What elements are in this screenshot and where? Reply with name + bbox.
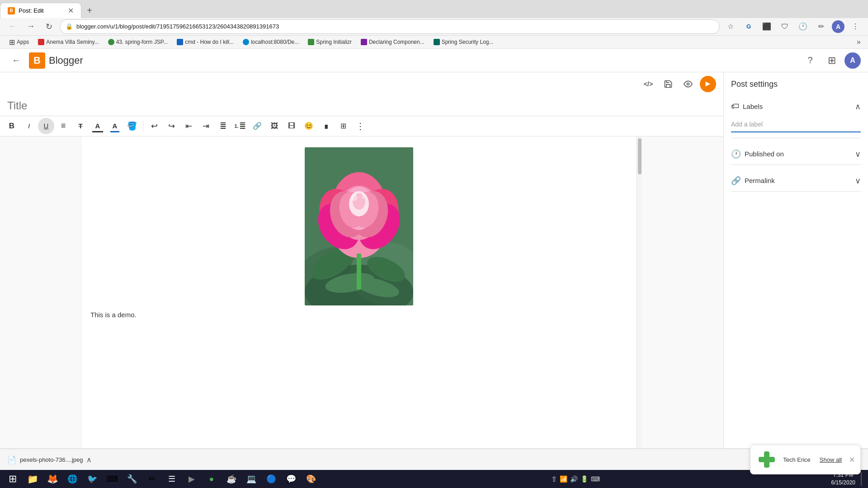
paint-button[interactable]: 🎨: [302, 470, 320, 488]
indent-more-button[interactable]: ⇥: [198, 118, 214, 134]
show-all-button[interactable]: Show all: [820, 456, 842, 463]
onscreen-keyboard-button[interactable]: ⌨: [103, 470, 121, 488]
emoji-button[interactable]: 😊: [301, 118, 317, 134]
undo-button[interactable]: ↩: [146, 118, 162, 134]
profile-nav-avatar[interactable]: A: [832, 20, 844, 33]
labels-section-header[interactable]: 🏷 Labels ∧: [731, 102, 861, 112]
task-manager-button[interactable]: ☰: [163, 470, 181, 488]
app-root: B Post: Edit ✕ + ← → ↻ 🔒 blogger.com/u/1…: [0, 0, 868, 488]
tech-popup: Tech Erice Show all ✕: [750, 445, 861, 474]
bookmark-1-label: Anema Villa Seminy...: [46, 39, 99, 45]
text-color-button[interactable]: A: [107, 118, 123, 134]
scrollbar-thumb: [638, 138, 642, 174]
show-desktop-button[interactable]: [861, 472, 864, 486]
font-color-button[interactable]: A: [90, 118, 106, 134]
tray-expand-icon[interactable]: ⇧: [551, 475, 557, 483]
start-button[interactable]: ⊞: [4, 470, 22, 488]
link-button[interactable]: 🔗: [249, 118, 265, 134]
download-item[interactable]: 📄 pexels-photo-736....jpeg ∧: [7, 455, 92, 464]
bullet-list-button[interactable]: ≣: [215, 118, 231, 134]
underline-button[interactable]: U: [38, 118, 54, 134]
bold-button[interactable]: B: [4, 118, 20, 134]
strikethrough-button[interactable]: T: [72, 118, 89, 134]
download-chevron-icon[interactable]: ∧: [86, 455, 92, 464]
redo-button[interactable]: ↪: [163, 118, 179, 134]
ie-button[interactable]: 🌐: [63, 470, 81, 488]
ext4-button[interactable]: 🕐: [796, 19, 810, 34]
image-button[interactable]: 🖼: [266, 118, 283, 134]
forward-button[interactable]: →: [24, 19, 38, 34]
profile-header-avatar[interactable]: A: [844, 52, 861, 69]
italic-button[interactable]: I: [21, 118, 37, 134]
nav-bar: ← → ↻ 🔒 blogger.com/u/1/blog/post/edit/7…: [0, 18, 868, 36]
tray-volume-icon[interactable]: 🔊: [570, 475, 578, 483]
header-back-button[interactable]: ←: [7, 52, 25, 70]
new-tab-button[interactable]: +: [83, 4, 96, 17]
refresh-button[interactable]: ↻: [42, 19, 56, 34]
grammarly-ext-button[interactable]: G: [741, 19, 756, 34]
bookmark-4-label: localhost:8080/De...: [251, 39, 299, 45]
title-input[interactable]: [7, 99, 633, 112]
eclipse-button[interactable]: 🔵: [262, 470, 280, 488]
published-on-section-header[interactable]: 🕐 Published on ∨: [731, 149, 861, 159]
svg-rect-28: [759, 457, 775, 462]
editor-scrollbar[interactable]: [637, 136, 642, 448]
bookmark-7-label: Spring Security Log...: [442, 39, 494, 45]
tray-power-icon[interactable]: 🔋: [580, 475, 588, 483]
tech-popup-close-button[interactable]: ✕: [849, 455, 855, 464]
terminal-button[interactable]: ▶: [183, 470, 201, 488]
ext2-button[interactable]: ⬛: [760, 19, 774, 34]
header-logo-text: Blogger: [49, 55, 83, 66]
bookmarks-more-button[interactable]: »: [855, 36, 863, 48]
clear-format-button[interactable]: 🪣: [124, 118, 140, 134]
bookmark-4[interactable]: localhost:8080/De...: [239, 37, 302, 47]
indent-less-button[interactable]: ⇤: [180, 118, 197, 134]
preview-button[interactable]: [680, 76, 696, 92]
more-options-button[interactable]: ⋮: [352, 118, 368, 134]
tech-popup-label: Tech Erice: [783, 456, 811, 463]
bookmark-1[interactable]: Anema Villa Seminy...: [34, 37, 102, 47]
bookmark-3[interactable]: cmd - How do I kill...: [173, 37, 237, 47]
java-button[interactable]: ☕: [222, 470, 241, 488]
justify-button[interactable]: ≡: [55, 118, 71, 134]
align-button[interactable]: ∎: [318, 118, 334, 134]
bookmark-2[interactable]: 43. spring-form JSP...: [104, 37, 172, 47]
table-button[interactable]: ⊞: [335, 118, 351, 134]
active-tab[interactable]: B Post: Edit ✕: [0, 3, 81, 18]
video-button[interactable]: 🎞: [283, 118, 300, 134]
thunderbird-button[interactable]: 🐦: [83, 470, 101, 488]
label-input[interactable]: [731, 117, 861, 132]
numbered-list-button[interactable]: 1.≣: [232, 118, 248, 134]
bookmark-5[interactable]: Spring Initializr: [304, 37, 355, 47]
help-button[interactable]: ?: [801, 52, 819, 70]
published-on-chevron-down-icon: ∨: [855, 149, 861, 159]
ext5-button[interactable]: ✏: [814, 19, 828, 34]
editor-content-wrapper[interactable]: This is a demo.: [81, 136, 637, 448]
tablet-button[interactable]: ✏: [143, 470, 161, 488]
file-explorer-button[interactable]: 📁: [24, 470, 42, 488]
chrome-button[interactable]: ●: [203, 470, 221, 488]
address-bar[interactable]: 🔒 blogger.com/u/1/blog/post/edit/7195175…: [60, 19, 720, 34]
bookmark-apps[interactable]: ⊞ Apps: [5, 36, 33, 48]
nav-more-button[interactable]: ⋮: [848, 19, 863, 34]
vscode-button[interactable]: 💻: [242, 470, 260, 488]
bookmark-6-label: Declaring Componen...: [369, 39, 425, 45]
back-button[interactable]: ←: [5, 19, 20, 34]
bookmark-7[interactable]: Spring Security Log...: [430, 37, 497, 47]
firefox-button[interactable]: 🦊: [43, 470, 61, 488]
tray-network-icon[interactable]: 📶: [560, 475, 567, 483]
bookmark-6[interactable]: Declaring Componen...: [357, 37, 428, 47]
tools-button[interactable]: 🔧: [123, 470, 141, 488]
ext3-button[interactable]: 🛡: [778, 19, 792, 34]
apps-grid-header-button[interactable]: ⊞: [823, 52, 841, 70]
skype-button[interactable]: 💬: [282, 470, 300, 488]
tab-close-button[interactable]: ✕: [68, 6, 74, 15]
bookmark-star-button[interactable]: ☆: [723, 19, 738, 34]
demo-text: This is a demo.: [90, 311, 627, 319]
publish-button[interactable]: ►: [700, 76, 716, 92]
save-button[interactable]: [660, 76, 676, 92]
tray-keyboard-icon[interactable]: ⌨: [591, 475, 600, 483]
permalink-section-header[interactable]: 🔗 Permalink ∨: [731, 176, 861, 186]
svg-point-0: [687, 83, 689, 85]
code-view-button[interactable]: </>: [640, 76, 656, 92]
